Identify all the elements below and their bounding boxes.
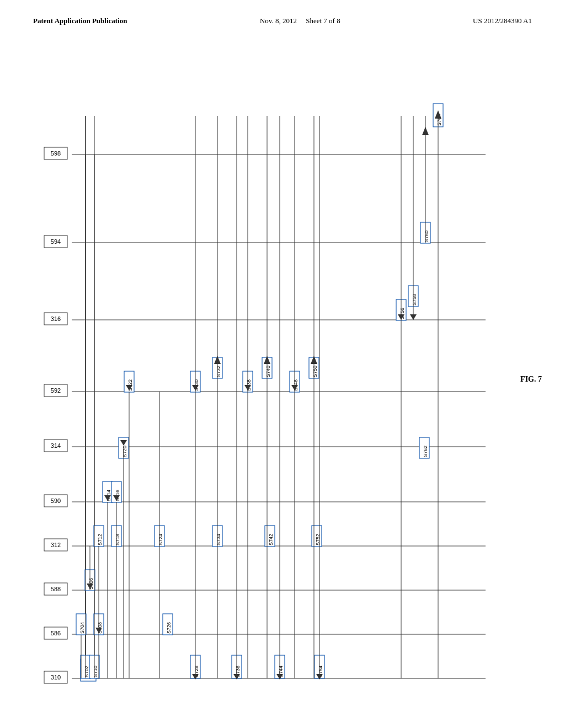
- svg-text:S740: S740: [265, 366, 271, 377]
- svg-text:314: 314: [51, 442, 61, 449]
- page-header: Patent Application Publication Nov. 8, 2…: [33, 17, 532, 25]
- svg-text:S750: S750: [312, 366, 318, 377]
- svg-text:S720: S720: [122, 446, 127, 457]
- svg-text:588: 588: [51, 586, 61, 592]
- svg-text:598: 598: [51, 150, 61, 157]
- svg-text:594: 594: [51, 238, 61, 245]
- svg-text:S734: S734: [216, 534, 221, 545]
- svg-marker-139: [410, 314, 417, 320]
- header-right: US 2012/284390 A1: [473, 17, 532, 25]
- svg-text:S702: S702: [84, 666, 89, 677]
- svg-text:310: 310: [51, 674, 61, 681]
- svg-text:S732: S732: [216, 366, 221, 377]
- svg-text:592: 592: [51, 387, 61, 394]
- svg-text:S726: S726: [166, 622, 172, 634]
- svg-text:586: 586: [51, 630, 61, 636]
- svg-text:S724: S724: [158, 534, 163, 545]
- svg-text:S742: S742: [268, 534, 274, 545]
- svg-text:S762: S762: [423, 446, 428, 457]
- header-center: Nov. 8, 2012 Sheet 7 of 8: [260, 17, 340, 25]
- diagram-svg: 310 586 588 312 590 314 592 316 594 598 …: [28, 44, 535, 717]
- svg-text:S758: S758: [412, 294, 417, 306]
- svg-text:S760: S760: [424, 231, 429, 242]
- svg-text:316: 316: [51, 315, 61, 322]
- svg-text:S718: S718: [115, 534, 120, 545]
- svg-text:312: 312: [51, 542, 61, 548]
- svg-text:590: 590: [51, 497, 61, 504]
- svg-text:S710: S710: [93, 666, 98, 677]
- header-left: Patent Application Publication: [33, 17, 127, 25]
- svg-marker-121: [422, 127, 429, 135]
- svg-text:S704: S704: [79, 622, 85, 634]
- svg-text:S712: S712: [97, 534, 103, 545]
